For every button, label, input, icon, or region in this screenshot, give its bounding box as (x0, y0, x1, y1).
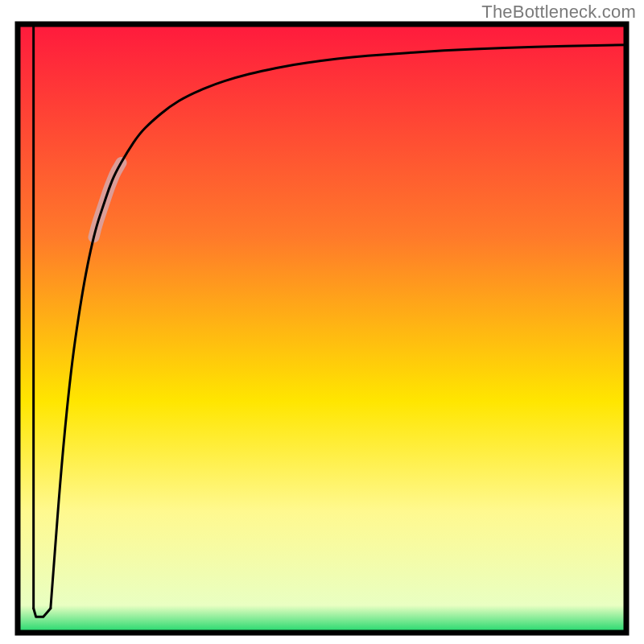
plot-background (18, 24, 626, 633)
watermark-text: TheBottleneck.com (481, 2, 636, 23)
chart-canvas (0, 0, 644, 644)
bottleneck-chart: TheBottleneck.com (0, 0, 644, 644)
